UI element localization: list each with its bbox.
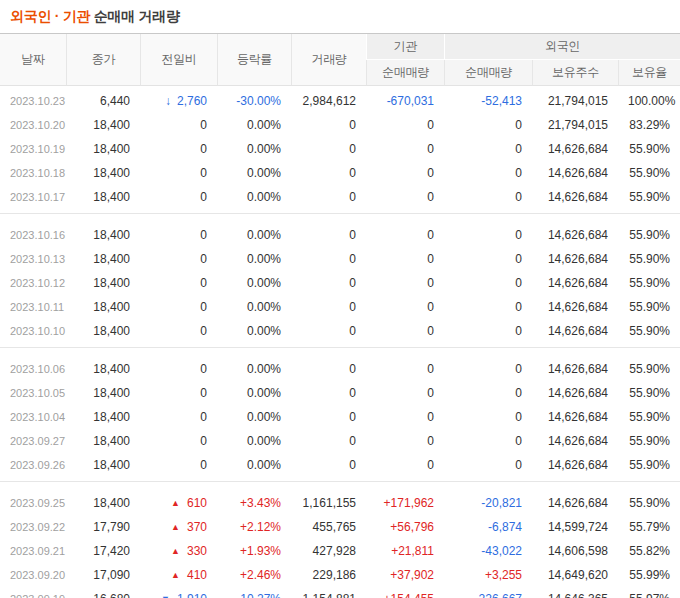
- close-price-cell: 17,090: [66, 563, 140, 587]
- change-cell: 0: [140, 113, 217, 137]
- change-rate-cell: 0.00%: [217, 113, 291, 137]
- frgn-net-cell: 0: [444, 405, 532, 429]
- foreign-institution-trading-panel: 외국인 · 기관 순매매 거래량 날짜 종가 전일비 등락률 거래량 기관 외국…: [0, 8, 680, 598]
- frgn-shares-cell: 14,626,684: [532, 247, 618, 271]
- frgn-ratio-cell: 55.99%: [618, 563, 680, 587]
- inst-net-cell: 0: [366, 319, 444, 347]
- date-cell: 2023.10.05: [0, 381, 66, 405]
- inst-net-cell: 0: [366, 271, 444, 295]
- close-price-cell: 18,400: [66, 247, 140, 271]
- frgn-ratio-cell: 55.90%: [618, 429, 680, 453]
- close-price-cell: 18,400: [66, 429, 140, 453]
- change-value: 2,760: [177, 94, 207, 108]
- inst-net-cell: 0: [366, 347, 444, 381]
- close-price-cell: 18,400: [66, 381, 140, 405]
- close-price-cell: 18,400: [66, 161, 140, 185]
- volume-cell: 0: [291, 405, 366, 429]
- change-value: 0: [200, 300, 207, 314]
- change-cell: 0: [140, 429, 217, 453]
- change-rate-cell: 0.00%: [217, 453, 291, 481]
- change-rate-cell: 0.00%: [217, 271, 291, 295]
- frgn-shares-cell: 14,626,684: [532, 319, 618, 347]
- table-row: 2023.10.18 18,400 0 0.00% 0 0 0 14,626,6…: [0, 161, 680, 185]
- change-arrow-icon: ▲: [171, 496, 180, 510]
- volume-cell: 0: [291, 247, 366, 271]
- change-cell: 0: [140, 405, 217, 429]
- date-cell: 2023.10.23: [0, 86, 66, 113]
- group-header-foreign: 외국인: [444, 34, 680, 60]
- volume-cell: 0: [291, 319, 366, 347]
- volume-cell: 1,154,881: [291, 587, 366, 598]
- inst-net-cell: +154,455: [366, 587, 444, 598]
- frgn-ratio-cell: 55.90%: [618, 481, 680, 515]
- col-header-inst-net: 순매매량: [366, 60, 444, 86]
- volume-cell: 0: [291, 381, 366, 405]
- change-cell: 0: [140, 161, 217, 185]
- date-cell: 2023.10.10: [0, 319, 66, 347]
- inst-net-cell: 0: [366, 429, 444, 453]
- col-header-frgn-shares: 보유주수: [532, 60, 618, 86]
- table-row: 2023.10.11 18,400 0 0.00% 0 0 0 14,626,6…: [0, 295, 680, 319]
- frgn-net-cell: 0: [444, 453, 532, 481]
- change-value: 0: [200, 458, 207, 472]
- close-price-cell: 18,400: [66, 271, 140, 295]
- col-header-rate: 등락률: [217, 34, 291, 86]
- change-value: 610: [187, 496, 207, 510]
- close-price-cell: 18,400: [66, 453, 140, 481]
- change-cell: ▲330: [140, 539, 217, 563]
- frgn-ratio-cell: 55.90%: [618, 185, 680, 213]
- volume-cell: 455,765: [291, 515, 366, 539]
- table-row: 2023.10.06 18,400 0 0.00% 0 0 0 14,626,6…: [0, 347, 680, 381]
- inst-net-cell: 0: [366, 113, 444, 137]
- inst-net-cell: 0: [366, 247, 444, 271]
- col-header-frgn-ratio: 보유율: [618, 60, 680, 86]
- frgn-shares-cell: 14,626,684: [532, 347, 618, 381]
- volume-cell: 0: [291, 137, 366, 161]
- frgn-shares-cell: 14,649,620: [532, 563, 618, 587]
- frgn-net-cell: -43,022: [444, 539, 532, 563]
- frgn-net-cell: 0: [444, 161, 532, 185]
- change-value: 330: [187, 544, 207, 558]
- change-rate-cell: +2.12%: [217, 515, 291, 539]
- frgn-ratio-cell: 55.90%: [618, 381, 680, 405]
- close-price-cell: 18,400: [66, 213, 140, 247]
- table-row: 2023.09.19 16,680 ▼1,910 -10.27% 1,154,8…: [0, 587, 680, 598]
- change-value: 0: [200, 142, 207, 156]
- table-block: 2023.10.16 18,400 0 0.00% 0 0 0 14,626,6…: [0, 213, 680, 347]
- frgn-shares-cell: 14,626,684: [532, 271, 618, 295]
- close-price-cell: 18,400: [66, 405, 140, 429]
- close-price-cell: 6,440: [66, 86, 140, 113]
- date-cell: 2023.10.04: [0, 405, 66, 429]
- title-rest: 순매매 거래량: [90, 8, 179, 24]
- change-rate-cell: -10.27%: [217, 587, 291, 598]
- volume-cell: 0: [291, 113, 366, 137]
- change-value: 1,910: [177, 592, 207, 598]
- change-cell: 0: [140, 453, 217, 481]
- change-cell: ▲410: [140, 563, 217, 587]
- close-price-cell: 18,400: [66, 295, 140, 319]
- change-cell: 0: [140, 247, 217, 271]
- change-cell: 0: [140, 295, 217, 319]
- frgn-shares-cell: 14,626,684: [532, 161, 618, 185]
- change-arrow-icon: ↓: [165, 94, 171, 108]
- frgn-net-cell: 0: [444, 247, 532, 271]
- close-price-cell: 18,400: [66, 319, 140, 347]
- date-cell: 2023.09.25: [0, 481, 66, 515]
- frgn-shares-cell: 14,626,684: [532, 137, 618, 161]
- frgn-ratio-cell: 55.90%: [618, 295, 680, 319]
- frgn-ratio-cell: 55.79%: [618, 515, 680, 539]
- frgn-shares-cell: 14,599,724: [532, 515, 618, 539]
- table-row: 2023.10.19 18,400 0 0.00% 0 0 0 14,626,6…: [0, 137, 680, 161]
- frgn-ratio-cell: 55.90%: [618, 319, 680, 347]
- frgn-net-cell: +3,255: [444, 563, 532, 587]
- change-cell: 0: [140, 319, 217, 347]
- frgn-shares-cell: 14,626,684: [532, 481, 618, 515]
- date-cell: 2023.09.20: [0, 563, 66, 587]
- change-value: 0: [200, 252, 207, 266]
- change-rate-cell: 0.00%: [217, 295, 291, 319]
- frgn-net-cell: 0: [444, 113, 532, 137]
- change-rate-cell: -30.00%: [217, 86, 291, 113]
- table-row: 2023.09.27 18,400 0 0.00% 0 0 0 14,626,6…: [0, 429, 680, 453]
- col-header-volume: 거래량: [291, 34, 366, 86]
- table-row: 2023.10.12 18,400 0 0.00% 0 0 0 14,626,6…: [0, 271, 680, 295]
